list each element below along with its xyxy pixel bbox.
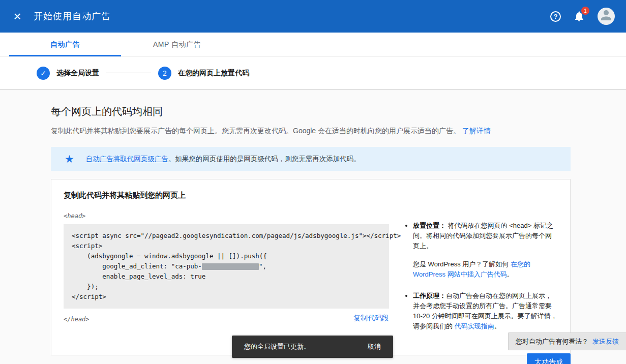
star-icon: ★ [65,154,74,164]
page-level-ads-link[interactable]: 自动广告将取代网页级广告 [86,155,168,163]
banner-text-rest: 。如果您的网页使用的是网页级代码，则您无需再次添加代码。 [168,155,361,163]
tab-amp-auto-ads-label: AMP 自动广告 [153,40,201,49]
code-line-prefix: google_ad_client: "ca-pub- [72,262,202,270]
step-2: 2 在您的网页上放置代码 [158,67,249,80]
send-feedback-link[interactable]: 发送反馈 [592,337,619,346]
copy-code-link[interactable]: 复制代码段 [353,314,389,323]
setup-stepper: ✓ 选择全局设置 2 在您的网页上放置代码 [0,57,626,89]
head-open-tag: <head> [64,213,389,220]
main-content: 每个网页上的代码均相同 复制此代码并将其粘贴到您要展示广告的每个网页上。您无需再… [0,89,626,355]
header-actions: ? 1 [550,8,615,25]
placement-label: 放置位置： [413,222,446,229]
notifications-button[interactable]: 1 [573,10,585,22]
code-line-publisher-id: google_ad_client: "ca-pub-", [72,261,381,271]
page-title: 开始使用自动广告 [34,10,111,22]
toast-message: 您的全局设置已更新。 [244,342,310,351]
step2-label: 在您的网页上放置代码 [178,69,249,78]
tab-amp-auto-ads[interactable]: AMP 自动广告 [121,33,233,56]
how-it-works-text-after: 。 [494,322,501,330]
tab-bar: 自动广告 AMP 自动广告 [0,33,626,57]
avatar[interactable] [598,8,615,25]
settings-updated-toast: 您的全局设置已更新。 取消 [232,336,393,358]
how-it-works-instruction: 工作原理：自动广告会自动在您的网页上展示，并会考虑您手动设置的所有广告。广告通常… [413,291,558,331]
instructions-list: 放置位置： 将代码放在您网页的 <head> 标记之间。将相同的代码添加到您要展… [404,221,558,331]
placement-instruction: 放置位置： 将代码放在您网页的 <head> 标记之间。将相同的代码添加到您要展… [413,221,558,280]
code-line: <script async src="//pagead2.googlesyndi… [72,231,381,241]
code-line-suffix: ", [259,262,266,270]
undo-button[interactable]: 取消 [368,342,381,351]
code-line: enable_page_level_ads: true [72,271,381,282]
tab-auto-ads[interactable]: 自动广告 [9,33,121,56]
code-line: </script> [72,292,381,302]
code-footer: </head> 复制代码段 [64,314,389,323]
step-1: ✓ 选择全局设置 [37,67,99,80]
code-column: <head> <script async src="//pagead2.goog… [64,213,389,343]
step1-check-icon: ✓ [37,67,50,80]
ad-code-snippet: <script async src="//pagead2.googlesyndi… [64,224,389,309]
learn-more-link[interactable]: 了解详情 [462,127,491,135]
card-title: 复制此代码并将其粘贴到您的网页上 [64,191,558,200]
done-button[interactable]: 大功告成 [527,353,571,364]
bell-icon [573,15,585,24]
feedback-bar: 您对自动广告有何看法？ 发送反馈 [508,332,626,350]
description-text: 复制此代码并将其粘贴到您要展示广告的每个网页上。您无需再次更改代码。Google… [51,127,460,135]
implementation-guide-link[interactable]: 代码实现指南 [455,322,494,330]
code-card: 复制此代码并将其粘贴到您的网页上 <head> <script async sr… [51,179,571,355]
wordpress-note: 您是 WordPress 用户？了解如何 在您的 WordPress 网站中插入… [413,259,558,280]
section-heading: 每个网页上的代码均相同 [51,105,571,118]
how-it-works-label: 工作原理： [413,292,446,299]
step1-label: 选择全局设置 [56,69,99,78]
banner-text: 自动广告将取代网页级广告。如果您的网页使用的是网页级代码，则您无需再次添加代码。 [86,155,361,164]
person-icon [599,8,614,25]
help-icon[interactable]: ? [550,11,561,22]
info-banner: ★ 自动广告将取代网页级广告。如果您的网页使用的是网页级代码，则您无需再次添加代… [51,147,571,171]
redacted-publisher-id [202,263,259,270]
wordpress-text: 您是 WordPress 用户？了解如何 [413,260,511,268]
step2-number: 2 [158,67,171,80]
step-connector [106,73,151,73]
auto-ads-setup-window: × 开始使用自动广告 ? 1 自动广告 AMP 自动广告 [0,0,626,355]
section-description: 复制此代码并将其粘贴到您要展示广告的每个网页上。您无需再次更改代码。Google… [51,126,571,136]
head-close-tag: </head> [64,316,90,323]
code-line: <script> [72,241,381,251]
close-icon[interactable]: × [7,6,27,26]
tab-auto-ads-label: 自动广告 [50,40,80,49]
wordpress-text-after: 。 [507,270,514,278]
card-body: <head> <script async src="//pagead2.goog… [64,213,558,343]
code-line: (adsbygoogle = window.adsbygoogle || [])… [72,251,381,261]
code-line: }); [72,282,381,292]
instructions-column: 放置位置： 将代码放在您网页的 <head> 标记之间。将相同的代码添加到您要展… [404,213,558,343]
header: × 开始使用自动广告 ? 1 [0,0,626,33]
feedback-question: 您对自动广告有何看法？ [516,337,588,346]
notification-badge: 1 [581,7,589,15]
